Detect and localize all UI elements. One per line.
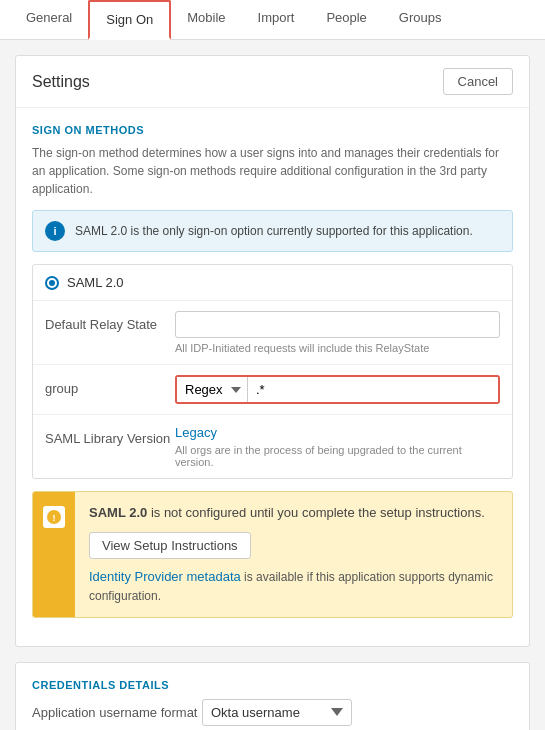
warning-text: SAML 2.0 is not configured until you com… — [89, 504, 498, 522]
identity-provider-text: Identity Provider metadata is available … — [89, 567, 498, 605]
username-format-row: Application username format Okta usernam… — [32, 699, 513, 726]
settings-title: Settings — [32, 73, 90, 91]
info-icon: i — [45, 221, 65, 241]
group-input-wrapper: Regex — [175, 375, 500, 404]
tab-people[interactable]: People — [310, 0, 382, 40]
saml-radio[interactable] — [45, 276, 59, 290]
warning-content: SAML 2.0 is not configured until you com… — [75, 492, 512, 617]
view-setup-button[interactable]: View Setup Instructions — [89, 532, 251, 559]
sign-on-methods-desc: The sign-on method determines how a user… — [32, 144, 513, 198]
warning-suffix: is not configured until you complete the… — [147, 505, 484, 520]
username-format-field: Okta username — [202, 699, 513, 726]
settings-card: Settings Cancel SIGN ON METHODS The sign… — [15, 55, 530, 647]
relay-state-row: Default Relay State All IDP-Initiated re… — [33, 301, 512, 365]
username-format-select[interactable]: Okta username — [202, 699, 352, 726]
tab-general[interactable]: General — [10, 0, 88, 40]
saml-library-hint: All orgs are in the process of being upg… — [175, 444, 500, 468]
saml-library-field: Legacy All orgs are in the process of be… — [175, 425, 500, 468]
relay-state-field: All IDP-Initiated requests will include … — [175, 311, 500, 354]
relay-state-input[interactable] — [175, 311, 500, 338]
cancel-button[interactable]: Cancel — [443, 68, 513, 95]
group-field: Regex — [175, 375, 500, 404]
saml-info-banner: i SAML 2.0 is the only sign-on option cu… — [32, 210, 513, 252]
group-label: group — [45, 375, 175, 396]
relay-state-label: Default Relay State — [45, 311, 175, 332]
username-format-label: Application username format — [32, 705, 202, 720]
warning-stripe: ! — [33, 492, 75, 617]
card-body: SIGN ON METHODS The sign-on method deter… — [16, 108, 529, 646]
saml-library-label: SAML Library Version — [45, 425, 175, 446]
credentials-heading: CREDENTIALS DETAILS — [32, 679, 513, 691]
tab-mobile[interactable]: Mobile — [171, 0, 241, 40]
tab-sign-on[interactable]: Sign On — [88, 0, 171, 40]
saml-label: SAML 2.0 — [67, 275, 124, 290]
tab-bar: General Sign On Mobile Import People Gro… — [0, 0, 545, 40]
regex-input[interactable] — [248, 377, 498, 402]
card-header: Settings Cancel — [16, 56, 529, 108]
group-row: group Regex — [33, 365, 512, 415]
saml-box-header: SAML 2.0 — [33, 265, 512, 301]
saml-box: SAML 2.0 Default Relay State All IDP-Ini… — [32, 264, 513, 479]
credentials-section: CREDENTIALS DETAILS Application username… — [15, 662, 530, 730]
saml-info-text: SAML 2.0 is the only sign-on option curr… — [75, 224, 473, 238]
relay-state-hint: All IDP-Initiated requests will include … — [175, 342, 500, 354]
sign-on-methods-heading: SIGN ON METHODS — [32, 124, 513, 136]
svg-text:!: ! — [53, 513, 56, 523]
warning-banner: ! SAML 2.0 is not configured until you c… — [32, 491, 513, 618]
legacy-link[interactable]: Legacy — [175, 425, 217, 440]
tab-groups[interactable]: Groups — [383, 0, 458, 40]
main-content: Settings Cancel SIGN ON METHODS The sign… — [0, 40, 545, 730]
tab-import[interactable]: Import — [242, 0, 311, 40]
saml-library-row: SAML Library Version Legacy All orgs are… — [33, 415, 512, 478]
identity-provider-link[interactable]: Identity Provider metadata — [89, 569, 241, 584]
regex-select[interactable]: Regex — [177, 377, 248, 402]
warning-icon: ! — [43, 506, 65, 528]
warning-bold: SAML 2.0 — [89, 505, 147, 520]
